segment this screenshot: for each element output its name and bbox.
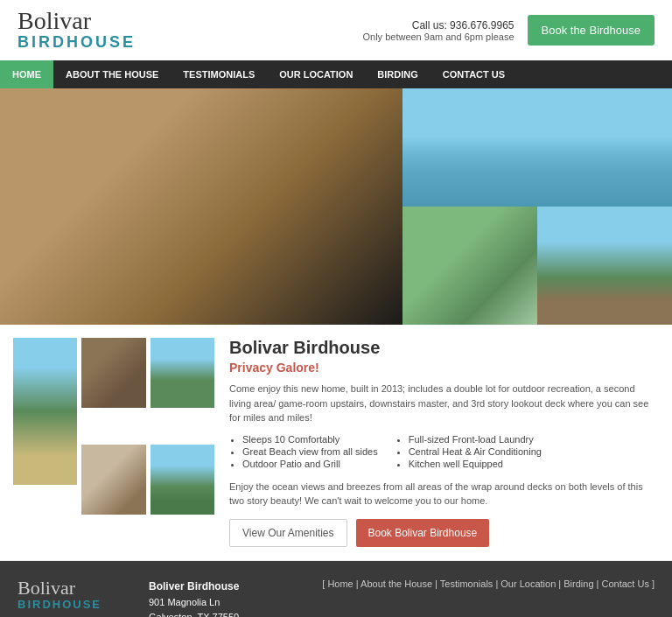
amenity-item: Full-sized Front-load Laundry bbox=[409, 434, 542, 445]
hero-section bbox=[0, 88, 672, 325]
amenity-item: Great Beach view from all sides bbox=[242, 446, 378, 457]
amenities-col2: Full-sized Front-load Laundry Central He… bbox=[396, 434, 542, 471]
footer-address-city: Galveston, TX 77550 bbox=[149, 610, 289, 617]
logo-birdhouse: BIRDHOUSE bbox=[18, 33, 136, 52]
nav-about[interactable]: ABOUT THE HOUSE bbox=[53, 60, 171, 88]
hero-exterior-image bbox=[537, 207, 672, 325]
amenity-item: Outdoor Patio and Grill bbox=[242, 459, 378, 469]
thumb-interior1 bbox=[81, 338, 145, 440]
phone-info: Call us: 936.676.9965 Only between 9am a… bbox=[362, 19, 514, 42]
action-buttons: View Our Amenities Book Bolivar Birdhous… bbox=[229, 519, 654, 547]
nav-birding[interactable]: BIRDING bbox=[365, 60, 430, 88]
view-amenities-button[interactable]: View Our Amenities bbox=[229, 519, 347, 547]
property-subtitle: Privacy Galore! bbox=[229, 361, 654, 375]
footer-logo: Bolivar BIRDHOUSE bbox=[18, 578, 131, 611]
kitchen-image bbox=[0, 88, 402, 325]
footer: Bolivar BIRDHOUSE Boliver Birdhouse 901 … bbox=[0, 561, 672, 618]
thumb-interior2 bbox=[150, 338, 214, 440]
thumb-outdoor bbox=[150, 445, 214, 547]
content-section: Bolivar Birdhouse Privacy Galore! Come e… bbox=[0, 325, 672, 561]
amenity-item: Sleeps 10 Comfortably bbox=[242, 434, 378, 445]
nav-home[interactable]: HOME bbox=[0, 60, 53, 88]
header-right: Call us: 936.676.9965 Only between 9am a… bbox=[362, 15, 654, 46]
footer-logo-script: Bolivar bbox=[18, 578, 131, 598]
hero-ocean-image bbox=[402, 88, 672, 207]
thumbnail-grid bbox=[13, 338, 214, 547]
property-extra-text: Enjoy the ocean views and breezes from a… bbox=[229, 480, 654, 508]
header: Bolivar BIRDHOUSE Call us: 936.676.9965 … bbox=[0, 0, 672, 60]
hero-right bbox=[402, 88, 672, 325]
nav-location[interactable]: OUR LOCATION bbox=[267, 60, 365, 88]
hero-bottom-images bbox=[402, 207, 672, 325]
thumb-house-exterior bbox=[13, 338, 77, 547]
amenities-columns: Sleeps 10 Comfortably Great Beach view f… bbox=[229, 434, 654, 471]
logo: Bolivar BIRDHOUSE bbox=[18, 9, 136, 52]
nav-testimonials[interactable]: TESTIMONIALS bbox=[171, 60, 267, 88]
hero-left bbox=[0, 88, 402, 325]
nav-contact[interactable]: CONTACT US bbox=[430, 60, 517, 88]
book-birdhouse-button[interactable]: Book the Birdhouse bbox=[528, 15, 654, 46]
footer-nav-links: [ Home | About the House | Testimonials … bbox=[306, 578, 654, 589]
amenity-item: Central Heat & Air Conditioning bbox=[409, 446, 542, 457]
property-title: Bolivar Birdhouse bbox=[229, 338, 654, 358]
hero-covered-image bbox=[402, 207, 537, 325]
footer-logo-birdhouse: BIRDHOUSE bbox=[18, 598, 131, 611]
property-info: Bolivar Birdhouse Privacy Galore! Come e… bbox=[225, 338, 659, 547]
main-nav: HOME ABOUT THE HOUSE TESTIMONIALS OUR LO… bbox=[0, 60, 672, 88]
footer-nav: [ Home | About the House | Testimonials … bbox=[306, 578, 654, 589]
amenity-item: Kitchen well Equipped bbox=[409, 459, 542, 469]
property-description: Come enjoy this new home, built in 2013;… bbox=[229, 382, 654, 425]
book-bolivar-button[interactable]: Book Bolivar Birdhouse bbox=[356, 519, 490, 547]
amenities-col1: Sleeps 10 Comfortably Great Beach view f… bbox=[229, 434, 378, 471]
footer-address-street: 901 Magnolia Ln bbox=[149, 595, 289, 611]
footer-address: Boliver Birdhouse 901 Magnolia Ln Galves… bbox=[149, 578, 289, 618]
logo-script: Bolivar bbox=[18, 9, 136, 33]
phone-hours: Only between 9am and 6pm please bbox=[362, 32, 514, 42]
thumb-bunkbed bbox=[81, 445, 145, 547]
phone-number: Call us: 936.676.9965 bbox=[362, 19, 514, 32]
footer-address-name: Boliver Birdhouse bbox=[149, 578, 289, 595]
